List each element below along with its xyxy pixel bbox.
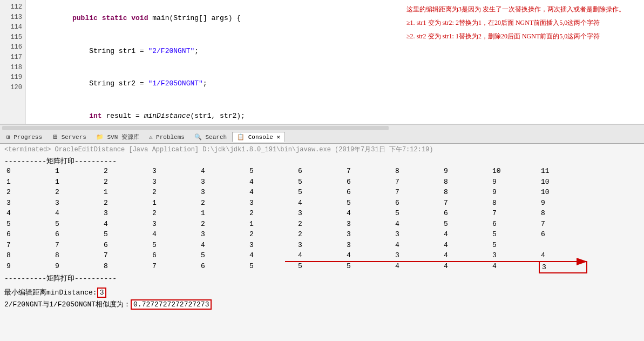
search-icon: 🔍 xyxy=(194,134,202,141)
tab-progress[interactable]: ⊞ Progress xyxy=(2,132,46,142)
result-line-2: 2/F20NGNT与1/F205ONGNT相似度为：0.727272727272… xyxy=(4,299,640,309)
tab-search[interactable]: 🔍 Search xyxy=(190,132,231,142)
min-distance-label: 最小编辑距离minDistance: xyxy=(4,289,97,297)
console-body: <terminated> OracleEditDistance [Java Ap… xyxy=(0,144,644,284)
tab-bar: ⊞ Progress 🖥 Servers 📁 SVN 资源库 ⚠ Problem… xyxy=(0,131,644,144)
horizontal-scrollbar[interactable] xyxy=(0,124,644,131)
annotation-3: ≥2. str2 变为 str1: 1替换为2，删除20后面 NGNT前面的5,… xyxy=(406,31,639,42)
similarity-value: 0.7272727272727273 xyxy=(131,299,212,310)
matrix-row-9: 9 9 8 7 6 5 5 5 4 4 4 3 xyxy=(4,261,640,274)
code-line-114: String str2 = "1/F205ONGNT"; xyxy=(30,68,640,100)
matrix-row-1: 1 1 2 3 3 4 5 6 7 8 9 10 xyxy=(4,177,640,188)
matrix-row-8: 8 8 7 6 5 4 4 4 3 4 3 4 xyxy=(4,250,640,261)
servers-icon: 🖥 xyxy=(52,134,58,141)
result-line-1: 最小编辑距离minDistance:3 xyxy=(4,287,640,297)
matrix-footer: ----------矩阵打印---------- xyxy=(4,273,640,283)
matrix-row-6: 6 6 5 4 3 2 2 3 3 4 5 6 xyxy=(4,229,640,240)
tab-problems[interactable]: ⚠ Problems xyxy=(145,132,189,142)
min-distance-value: 3 xyxy=(97,287,107,298)
tab-svn[interactable]: 📁 SVN 资源库 xyxy=(92,132,144,142)
scroll-track xyxy=(2,126,389,130)
footer-results: 最小编辑距离minDistance:3 2/F20NGNT与1/F205ONGN… xyxy=(0,284,644,310)
code-line-115: int result = minDistance(str1, str2); xyxy=(30,100,640,124)
matrix-row-2: 2 2 1 2 3 4 5 6 7 8 9 10 xyxy=(4,187,640,198)
matrix-result-cell: 3 xyxy=(539,261,587,274)
tab-console[interactable]: 📋 Console ✕ xyxy=(232,132,285,142)
matrix-row-4: 4 4 3 2 1 2 3 4 5 6 7 8 xyxy=(4,208,640,219)
annotation-1: 这里的编辑距离为3是因为 发生了一次替换操作，两次插入或者是删除操作。 xyxy=(406,4,639,15)
similarity-prefix: 2/F20NGNT与1/F205ONGNT相似度为： xyxy=(4,300,131,309)
editor-panel: 112 113 114 115 116 117 118 119 120 publ… xyxy=(0,0,644,124)
annotation-2: ≥1. str1 变为 str2: 2替换为1，在20后面 NGNT前面插入5,… xyxy=(406,18,639,28)
line-numbers: 112 113 114 115 116 117 118 119 120 xyxy=(0,0,26,124)
svn-icon: 📁 xyxy=(96,134,104,141)
console-icon: 📋 xyxy=(237,134,245,141)
tab-servers[interactable]: 🖥 Servers xyxy=(48,132,91,142)
console-panel: <terminated> OracleEditDistance [Java Ap… xyxy=(0,144,644,341)
matrix-row-0: 0 1 2 3 4 5 6 7 8 9 10 11 xyxy=(4,166,640,177)
problems-icon: ⚠ xyxy=(149,134,153,141)
progress-icon: ⊞ xyxy=(6,134,10,141)
matrix-row-7: 7 7 6 5 4 3 3 3 4 4 5 xyxy=(4,240,640,251)
matrix-section: ----------矩阵打印---------- 0 1 2 3 4 5 6 7… xyxy=(4,156,640,283)
matrix-header-top: ----------矩阵打印---------- xyxy=(4,156,640,166)
annotation-panel: 这里的编辑距离为3是因为 发生了一次替换操作，两次插入或者是删除操作。 ≥1. … xyxy=(406,4,639,45)
terminated-line: <terminated> OracleEditDistance [Java Ap… xyxy=(4,145,640,154)
matrix-row-5: 5 5 4 3 2 1 2 3 4 5 6 7 xyxy=(4,219,640,230)
matrix-row-3: 3 3 2 1 2 3 4 5 6 7 8 9 xyxy=(4,198,640,209)
